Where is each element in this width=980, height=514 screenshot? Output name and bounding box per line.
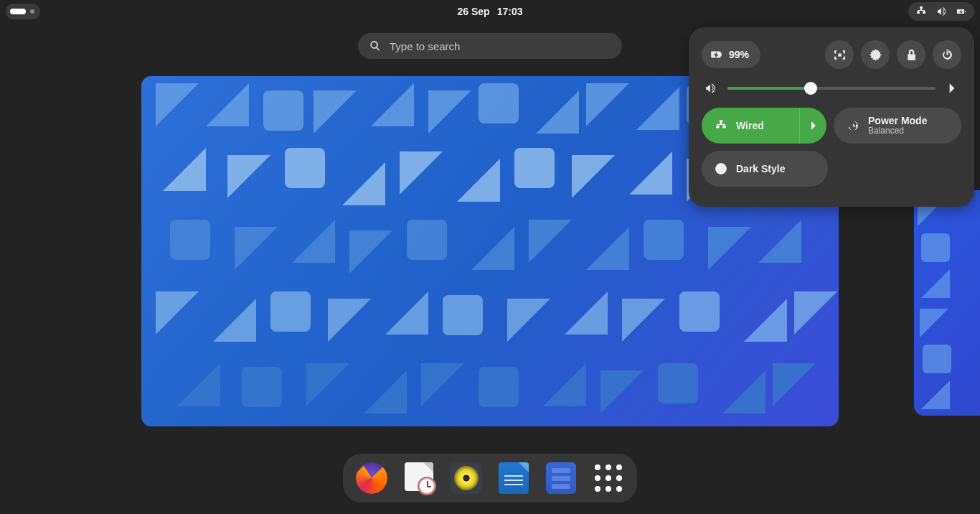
dock-writer[interactable] <box>496 461 531 495</box>
dock-calendar[interactable] <box>402 461 436 495</box>
volume-icon <box>936 6 947 17</box>
power-button[interactable] <box>933 40 961 69</box>
battery-percent: 99% <box>729 49 749 60</box>
dock-apps[interactable] <box>591 461 626 495</box>
activities-button[interactable] <box>6 4 40 19</box>
apps-grid-icon <box>595 464 622 492</box>
network-wired-icon <box>715 119 727 132</box>
power-mode-label: Power Mode <box>868 115 927 126</box>
dark-style-tile[interactable]: Dark Style <box>702 151 828 187</box>
network-tile[interactable]: Wired <box>702 108 826 144</box>
power-mode-icon <box>847 119 859 132</box>
files-icon <box>546 462 576 494</box>
status-area[interactable] <box>908 2 974 21</box>
power-mode-tile[interactable]: Power Mode Balanced <box>834 108 961 144</box>
volume-slider[interactable] <box>727 87 936 90</box>
speaker-icon <box>451 462 482 494</box>
dock-rhythmbox[interactable] <box>449 461 484 495</box>
dock <box>343 454 637 503</box>
volume-icon <box>705 82 717 95</box>
battery-icon <box>710 48 723 61</box>
time: 17:03 <box>497 6 523 17</box>
settings-button[interactable] <box>861 40 890 69</box>
battery-icon <box>956 6 967 17</box>
dock-files[interactable] <box>544 461 578 495</box>
top-bar: 26 Sep 17:03 <box>0 0 980 23</box>
svg-rect-1 <box>921 233 950 262</box>
volume-row <box>702 82 961 95</box>
dark-style-label: Dark Style <box>736 163 785 174</box>
volume-more-icon[interactable] <box>946 82 958 95</box>
clock[interactable]: 26 Sep 17:03 <box>458 6 523 17</box>
network-wired-icon <box>915 6 927 17</box>
calendar-clock-icon <box>403 462 435 494</box>
workspace-next[interactable] <box>914 190 980 416</box>
chevron-right-icon <box>808 120 819 131</box>
writer-icon <box>499 462 529 494</box>
network-expand[interactable] <box>799 108 826 144</box>
search-bar[interactable] <box>358 33 622 59</box>
lock-button[interactable] <box>897 40 925 69</box>
gear-icon <box>870 49 882 61</box>
screenshot-icon <box>834 49 846 61</box>
battery-status[interactable]: 99% <box>702 41 760 68</box>
power-icon <box>941 49 953 61</box>
firefox-icon <box>356 462 387 494</box>
lock-icon <box>905 49 918 61</box>
date: 26 Sep <box>458 6 490 17</box>
network-label: Wired <box>736 120 764 131</box>
power-mode-sub: Balanced <box>868 126 927 136</box>
dock-firefox[interactable] <box>354 461 389 495</box>
screenshot-button[interactable] <box>825 40 854 69</box>
dark-style-icon <box>715 162 727 175</box>
search-icon <box>369 40 381 52</box>
svg-rect-2 <box>923 345 951 373</box>
quick-settings-panel: 99% Wired <box>689 27 974 207</box>
search-input[interactable] <box>390 40 611 52</box>
